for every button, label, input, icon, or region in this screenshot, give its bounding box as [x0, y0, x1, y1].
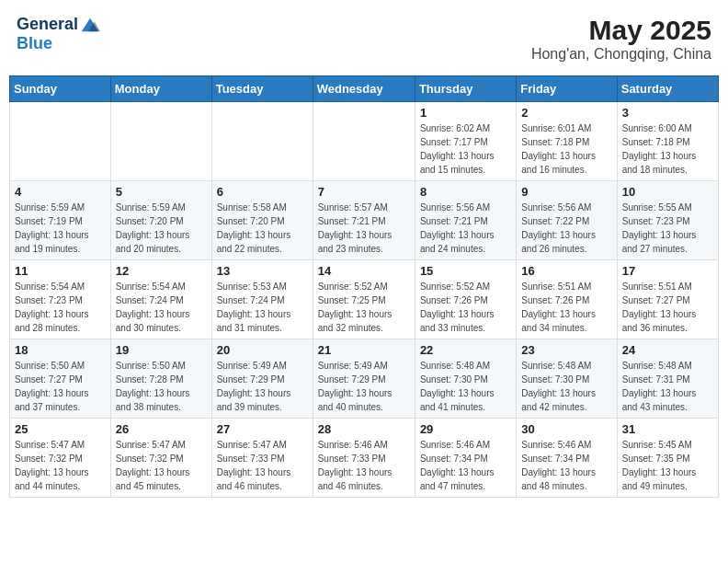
- day-cell-31: 31Sunrise: 5:45 AM Sunset: 7:35 PM Dayli…: [617, 419, 718, 498]
- day-number: 26: [116, 422, 207, 436]
- day-cell-4: 4Sunrise: 5:59 AM Sunset: 7:19 PM Daylig…: [10, 181, 111, 260]
- header-friday: Friday: [517, 76, 617, 102]
- day-number: 23: [521, 343, 611, 357]
- day-number: 8: [420, 185, 511, 199]
- day-number: 4: [15, 185, 106, 199]
- day-number: 25: [15, 422, 106, 436]
- header-sunday: Sunday: [10, 76, 111, 102]
- day-number: 14: [318, 264, 410, 278]
- day-number: 15: [420, 264, 511, 278]
- day-cell-17: 17Sunrise: 5:51 AM Sunset: 7:27 PM Dayli…: [617, 260, 718, 339]
- day-cell-empty: [10, 102, 111, 181]
- header-wednesday: Wednesday: [313, 76, 415, 102]
- page-header: General Blue May 2025 Hong'an, Chongqing…: [9, 9, 719, 68]
- day-cell-26: 26Sunrise: 5:47 AM Sunset: 7:32 PM Dayli…: [110, 419, 211, 498]
- day-number: 6: [217, 185, 308, 199]
- day-number: 10: [622, 185, 713, 199]
- day-detail: Sunrise: 5:48 AM Sunset: 7:30 PM Dayligh…: [521, 359, 611, 414]
- calendar-header-row: SundayMondayTuesdayWednesdayThursdayFrid…: [10, 76, 719, 102]
- day-cell-7: 7Sunrise: 5:57 AM Sunset: 7:21 PM Daylig…: [313, 181, 415, 260]
- day-cell-20: 20Sunrise: 5:49 AM Sunset: 7:29 PM Dayli…: [211, 339, 313, 419]
- day-cell-15: 15Sunrise: 5:52 AM Sunset: 7:26 PM Dayli…: [415, 260, 516, 339]
- day-cell-11: 11Sunrise: 5:54 AM Sunset: 7:23 PM Dayli…: [10, 260, 111, 339]
- title-block: May 2025 Hong'an, Chongqing, China: [531, 15, 711, 63]
- day-detail: Sunrise: 5:52 AM Sunset: 7:25 PM Dayligh…: [318, 280, 410, 335]
- day-cell-3: 3Sunrise: 6:00 AM Sunset: 7:18 PM Daylig…: [617, 102, 718, 181]
- day-cell-13: 13Sunrise: 5:53 AM Sunset: 7:24 PM Dayli…: [211, 260, 313, 339]
- day-detail: Sunrise: 5:50 AM Sunset: 7:28 PM Dayligh…: [116, 359, 207, 414]
- day-cell-28: 28Sunrise: 5:46 AM Sunset: 7:33 PM Dayli…: [313, 419, 415, 498]
- day-detail: Sunrise: 5:46 AM Sunset: 7:34 PM Dayligh…: [420, 438, 511, 493]
- logo: General Blue: [17, 15, 100, 53]
- day-cell-12: 12Sunrise: 5:54 AM Sunset: 7:24 PM Dayli…: [110, 260, 211, 339]
- day-detail: Sunrise: 5:47 AM Sunset: 7:33 PM Dayligh…: [217, 438, 308, 493]
- day-cell-10: 10Sunrise: 5:55 AM Sunset: 7:23 PM Dayli…: [617, 181, 718, 260]
- day-cell-2: 2Sunrise: 6:01 AM Sunset: 7:18 PM Daylig…: [517, 102, 617, 181]
- month-year-title: May 2025: [531, 15, 711, 46]
- day-cell-14: 14Sunrise: 5:52 AM Sunset: 7:25 PM Dayli…: [313, 260, 415, 339]
- day-cell-5: 5Sunrise: 5:59 AM Sunset: 7:20 PM Daylig…: [110, 181, 211, 260]
- location-subtitle: Hong'an, Chongqing, China: [531, 46, 711, 63]
- day-detail: Sunrise: 5:57 AM Sunset: 7:21 PM Dayligh…: [318, 201, 410, 256]
- day-detail: Sunrise: 5:46 AM Sunset: 7:33 PM Dayligh…: [318, 438, 410, 493]
- day-number: 5: [116, 185, 207, 199]
- day-number: 29: [420, 422, 511, 436]
- day-detail: Sunrise: 5:54 AM Sunset: 7:23 PM Dayligh…: [15, 280, 106, 335]
- day-detail: Sunrise: 5:58 AM Sunset: 7:20 PM Dayligh…: [217, 201, 308, 256]
- day-detail: Sunrise: 5:59 AM Sunset: 7:19 PM Dayligh…: [15, 201, 106, 256]
- day-number: 20: [217, 343, 308, 357]
- day-cell-25: 25Sunrise: 5:47 AM Sunset: 7:32 PM Dayli…: [10, 419, 111, 498]
- header-saturday: Saturday: [617, 76, 718, 102]
- day-number: 9: [521, 185, 611, 199]
- day-cell-9: 9Sunrise: 5:56 AM Sunset: 7:22 PM Daylig…: [517, 181, 617, 260]
- logo-text-blue: Blue: [17, 35, 100, 53]
- day-cell-22: 22Sunrise: 5:48 AM Sunset: 7:30 PM Dayli…: [415, 339, 516, 419]
- day-cell-8: 8Sunrise: 5:56 AM Sunset: 7:21 PM Daylig…: [415, 181, 516, 260]
- day-detail: Sunrise: 5:52 AM Sunset: 7:26 PM Dayligh…: [420, 280, 511, 335]
- day-cell-27: 27Sunrise: 5:47 AM Sunset: 7:33 PM Dayli…: [211, 419, 313, 498]
- day-detail: Sunrise: 5:49 AM Sunset: 7:29 PM Dayligh…: [217, 359, 308, 414]
- day-detail: Sunrise: 5:47 AM Sunset: 7:32 PM Dayligh…: [15, 438, 106, 493]
- day-number: 28: [318, 422, 410, 436]
- day-detail: Sunrise: 5:56 AM Sunset: 7:22 PM Dayligh…: [521, 201, 611, 256]
- week-row-1: 1Sunrise: 6:02 AM Sunset: 7:17 PM Daylig…: [10, 102, 719, 181]
- day-detail: Sunrise: 5:55 AM Sunset: 7:23 PM Dayligh…: [622, 201, 713, 256]
- day-detail: Sunrise: 5:51 AM Sunset: 7:27 PM Dayligh…: [622, 280, 713, 335]
- day-number: 11: [15, 264, 106, 278]
- day-number: 16: [521, 264, 611, 278]
- day-detail: Sunrise: 5:47 AM Sunset: 7:32 PM Dayligh…: [116, 438, 207, 493]
- header-monday: Monday: [110, 76, 211, 102]
- day-number: 27: [217, 422, 308, 436]
- day-detail: Sunrise: 5:56 AM Sunset: 7:21 PM Dayligh…: [420, 201, 511, 256]
- day-cell-29: 29Sunrise: 5:46 AM Sunset: 7:34 PM Dayli…: [415, 419, 516, 498]
- day-cell-16: 16Sunrise: 5:51 AM Sunset: 7:26 PM Dayli…: [517, 260, 617, 339]
- day-cell-empty: [110, 102, 211, 181]
- day-detail: Sunrise: 5:45 AM Sunset: 7:35 PM Dayligh…: [622, 438, 713, 493]
- week-row-4: 18Sunrise: 5:50 AM Sunset: 7:27 PM Dayli…: [10, 339, 719, 419]
- day-number: 31: [622, 422, 713, 436]
- day-cell-19: 19Sunrise: 5:50 AM Sunset: 7:28 PM Dayli…: [110, 339, 211, 419]
- week-row-2: 4Sunrise: 5:59 AM Sunset: 7:19 PM Daylig…: [10, 181, 719, 260]
- week-row-5: 25Sunrise: 5:47 AM Sunset: 7:32 PM Dayli…: [10, 419, 719, 498]
- day-detail: Sunrise: 5:48 AM Sunset: 7:31 PM Dayligh…: [622, 359, 713, 414]
- day-number: 7: [318, 185, 410, 199]
- calendar-table: SundayMondayTuesdayWednesdayThursdayFrid…: [9, 75, 719, 498]
- header-thursday: Thursday: [415, 76, 516, 102]
- day-cell-1: 1Sunrise: 6:02 AM Sunset: 7:17 PM Daylig…: [415, 102, 516, 181]
- day-cell-18: 18Sunrise: 5:50 AM Sunset: 7:27 PM Dayli…: [10, 339, 111, 419]
- day-detail: Sunrise: 6:01 AM Sunset: 7:18 PM Dayligh…: [521, 121, 611, 177]
- day-number: 17: [622, 264, 713, 278]
- day-number: 12: [116, 264, 207, 278]
- logo-icon: [80, 15, 100, 35]
- day-number: 13: [217, 264, 308, 278]
- day-number: 19: [116, 343, 207, 357]
- day-cell-empty: [211, 102, 313, 181]
- day-number: 21: [318, 343, 410, 357]
- day-cell-30: 30Sunrise: 5:46 AM Sunset: 7:34 PM Dayli…: [517, 419, 617, 498]
- day-number: 18: [15, 343, 106, 357]
- day-detail: Sunrise: 5:49 AM Sunset: 7:29 PM Dayligh…: [318, 359, 410, 414]
- day-cell-6: 6Sunrise: 5:58 AM Sunset: 7:20 PM Daylig…: [211, 181, 313, 260]
- day-number: 24: [622, 343, 713, 357]
- day-detail: Sunrise: 5:59 AM Sunset: 7:20 PM Dayligh…: [116, 201, 207, 256]
- day-detail: Sunrise: 6:00 AM Sunset: 7:18 PM Dayligh…: [622, 121, 713, 177]
